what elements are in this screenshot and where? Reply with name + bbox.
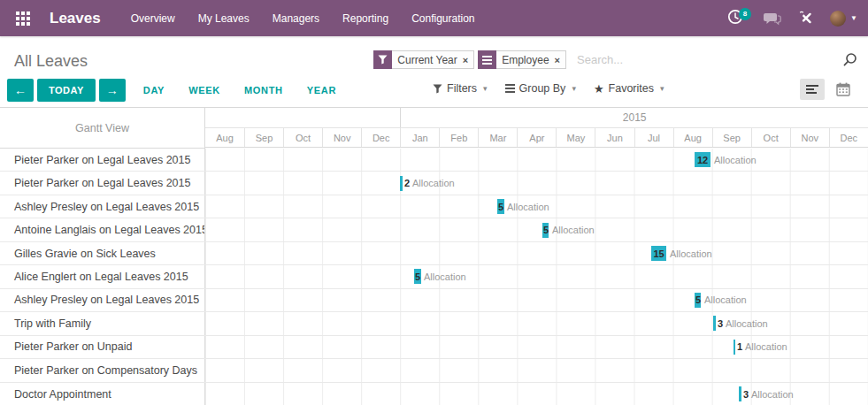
gantt-row-label[interactable]: Ashley Presley on Legal Leaves 2015	[0, 195, 205, 218]
allocation-value: 5	[498, 201, 503, 213]
gantt-row-label[interactable]: Antoine Langlais on Legal Leaves 2015	[0, 218, 205, 241]
gantt-row: Ashley Presley on Legal Leaves 20155Allo…	[0, 195, 868, 218]
search-icon[interactable]	[842, 52, 857, 67]
allocation-value: 5	[415, 271, 420, 283]
toolbar: ← TODAY → DAYWEEKMONTHYEAR Filters▾Group…	[0, 79, 868, 103]
month-header-cell: Jul	[634, 128, 673, 147]
gantt-row-label[interactable]: Doctor Appointment	[0, 383, 205, 405]
allocation-value: 5	[543, 224, 549, 236]
nav-menu-item[interactable]: Configuration	[411, 12, 474, 25]
view-switcher	[800, 79, 856, 100]
gantt-row-label[interactable]: Gilles Gravie on Sick Leaves	[0, 242, 205, 264]
prev-button[interactable]: ←	[7, 79, 34, 102]
year-header-empty	[205, 108, 400, 127]
month-header-row: AugSepOctNovDecJanFebMarAprMayJunJulAugS…	[205, 128, 868, 148]
today-button[interactable]: TODAY	[37, 79, 96, 102]
nav-menu-item[interactable]: Overview	[131, 12, 175, 25]
search-input[interactable]	[577, 53, 842, 66]
allocation-value: 12	[695, 154, 711, 166]
nav-right-icons: 8 ▼	[727, 9, 857, 28]
gantt-row-chart: 3Allocation	[205, 383, 868, 405]
group-icon	[482, 54, 492, 66]
allocation-bar[interactable]	[713, 316, 716, 331]
month-header-cell: Dec	[829, 128, 868, 147]
gantt-row-label[interactable]: Ashley Presley on Legal Leaves 2015	[0, 289, 205, 311]
gantt-row-label[interactable]: Trip with Family	[0, 312, 205, 334]
gantt-row: Trip with Family3Allocation	[0, 312, 868, 335]
scale-links: DAYWEEKMONTHYEAR	[143, 85, 336, 96]
menu-group-by[interactable]: Group By▾	[505, 82, 576, 95]
scale-link-week[interactable]: WEEK	[188, 85, 220, 96]
user-menu[interactable]: ▼	[830, 11, 857, 27]
gantt-row-chart: 15Allocation	[205, 242, 868, 264]
gantt-row-chart: 12Allocation	[205, 149, 868, 171]
allocation-label: Allocation	[714, 154, 757, 166]
menu-label: Favorites	[609, 82, 654, 95]
chevron-down-icon: ▾	[572, 84, 576, 93]
group-icon	[478, 50, 496, 69]
gantt-row: Pieter Parker on Compensatory Days	[0, 359, 868, 382]
menu-favorites[interactable]: ★Favorites▾	[594, 82, 664, 95]
gantt-row-chart: 2Allocation	[205, 172, 868, 194]
calendar-view-button[interactable]	[831, 79, 856, 100]
facet-remove-icon[interactable]: ×	[463, 55, 468, 65]
allocation-label: Allocation	[552, 224, 595, 236]
menu-label: Filters	[447, 82, 477, 95]
calendar-icon	[836, 82, 850, 96]
search-facet-label: Current Year×	[392, 50, 474, 69]
gantt-row-chart: 5Allocation	[205, 195, 868, 218]
activity-clock-icon[interactable]: 8	[727, 9, 747, 28]
filter-icon	[373, 50, 392, 69]
nav-menu: OverviewMy LeavesManagersReportingConfig…	[131, 12, 475, 25]
gantt-row-label[interactable]: Pieter Parker on Unpaid	[0, 336, 205, 358]
gantt-row: Pieter Parker on Unpaid1Allocation	[0, 336, 868, 359]
tools-icon[interactable]	[798, 11, 813, 26]
allocation-bar[interactable]	[739, 386, 741, 401]
top-navbar: Leaves OverviewMy LeavesManagersReportin…	[0, 0, 868, 36]
month-header-cell: Jun	[595, 128, 634, 147]
month-header-cell: May	[556, 128, 595, 147]
gantt-row: Ashley Presley on Legal Leaves 20155Allo…	[0, 289, 868, 312]
gantt-row-label[interactable]: Pieter Parker on Legal Leaves 2015	[0, 149, 205, 171]
nav-menu-item[interactable]: Reporting	[342, 12, 388, 25]
year-header-row: 2015	[205, 108, 868, 128]
facet-remove-icon[interactable]: ×	[555, 55, 560, 65]
scale-link-day[interactable]: DAY	[143, 85, 165, 96]
allocation-value: 1	[737, 340, 742, 353]
apps-grid-icon[interactable]	[16, 11, 30, 26]
scale-link-month[interactable]: MONTH	[244, 85, 283, 96]
gantt-row: Pieter Parker on Legal Leaves 201512Allo…	[0, 149, 868, 172]
menu-filters[interactable]: Filters▾	[433, 82, 488, 95]
gantt-row: Alice Englert on Legal Leaves 20155Alloc…	[0, 265, 868, 288]
allocation-label: Allocation	[745, 340, 787, 353]
month-header-cell: Aug	[673, 128, 712, 147]
group-by-icon	[505, 82, 515, 95]
search-facet: Employee×	[478, 50, 566, 69]
facet-text: Employee	[502, 54, 549, 66]
next-button[interactable]: →	[99, 79, 126, 102]
gantt-row-chart: 5Allocation	[205, 265, 868, 287]
gantt-view-button[interactable]	[800, 79, 825, 100]
month-header-cell: Sep	[244, 128, 283, 147]
allocation-label: Allocation	[726, 317, 768, 330]
scale-link-year[interactable]: YEAR	[307, 85, 336, 96]
chat-bubble-icon[interactable]	[764, 11, 781, 26]
nav-menu-item[interactable]: Managers	[273, 12, 319, 25]
month-header-cell: Oct	[283, 128, 322, 147]
month-header-cell: Nov	[790, 128, 829, 147]
user-avatar	[830, 11, 846, 27]
date-nav-buttons: ← TODAY → DAYWEEKMONTHYEAR	[7, 79, 336, 102]
gantt-row-label[interactable]: Pieter Parker on Compensatory Days	[0, 359, 205, 381]
allocation-label: Allocation	[412, 177, 455, 189]
month-header-cell: Aug	[205, 128, 244, 147]
gantt-row-chart: 1Allocation	[205, 336, 868, 358]
gantt-row-chart: 3Allocation	[205, 312, 868, 334]
nav-menu-item[interactable]: My Leaves	[198, 12, 250, 25]
allocation-value: 3	[743, 388, 749, 401]
gantt-row-label[interactable]: Pieter Parker on Legal Leaves 2015	[0, 172, 205, 194]
chevron-down-icon: ▾	[660, 84, 664, 93]
gantt-row-label[interactable]: Alice Englert on Legal Leaves 2015	[0, 265, 205, 287]
allocation-bar[interactable]	[734, 340, 735, 355]
allocation-bar[interactable]	[400, 176, 403, 191]
allocation-label: Allocation	[751, 388, 794, 401]
